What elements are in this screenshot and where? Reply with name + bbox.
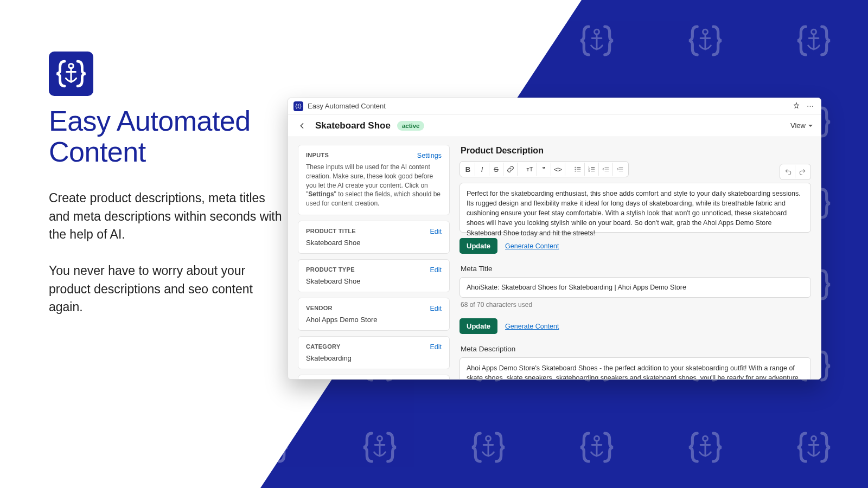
field-label: CATEGORY xyxy=(306,343,341,350)
settings-link[interactable]: Settings xyxy=(417,152,442,159)
app-header: Skateboard Shoe active View xyxy=(288,114,821,137)
inputs-heading: INPUTS xyxy=(306,152,329,158)
generate-meta-title-link[interactable]: Generate Content xyxy=(505,323,559,330)
field-product-type: PRODUCT TYPE Edit Skateboard Shoe xyxy=(298,259,450,292)
field-value: Skateboard Shoe xyxy=(306,239,442,247)
page-title: Skateboard Shoe xyxy=(315,120,391,131)
field-value: Skateboarding xyxy=(306,354,442,362)
strikethrough-button[interactable]: S xyxy=(489,163,503,176)
status-badge: active xyxy=(397,121,425,131)
rich-text-toolbar: B I S тT ” <> xyxy=(459,161,629,177)
svg-point-34 xyxy=(269,355,274,359)
view-dropdown[interactable]: View xyxy=(790,121,813,130)
svg-point-33 xyxy=(161,355,165,359)
svg-point-3 xyxy=(378,29,382,34)
svg-point-42 xyxy=(269,436,274,441)
field-label: VENDOR xyxy=(306,305,333,311)
svg-point-32 xyxy=(52,355,57,359)
app-window: Easy Automated Content ⋯ Skateboard Shoe… xyxy=(288,98,821,380)
back-button[interactable] xyxy=(296,119,309,132)
edit-link[interactable]: Edit xyxy=(430,228,442,235)
app-window-title: Easy Automated Content xyxy=(308,102,386,110)
undo-button[interactable] xyxy=(781,165,795,178)
svg-point-40 xyxy=(52,436,57,441)
field-product-title: PRODUCT TITLE Edit Skateboard Shoe xyxy=(298,221,450,254)
view-label: View xyxy=(790,121,806,130)
field-label: PRODUCT TYPE xyxy=(306,266,355,273)
meta-title-char-count: 68 of 70 characters used xyxy=(461,301,811,309)
marketing-column: Easy Automated Content Create product de… xyxy=(49,52,282,335)
field-label: PRODUCT TITLE xyxy=(306,228,356,234)
indent-button[interactable] xyxy=(613,163,627,176)
field-value: Ahoi Apps Demo Store xyxy=(306,316,442,324)
svg-point-0 xyxy=(52,29,57,34)
inputs-card: INPUTS Settings These inputs will be use… xyxy=(298,145,450,215)
product-description-editor[interactable]: Perfect for the skateboarding enthusiast… xyxy=(459,183,811,233)
meta-description-label: Meta Description xyxy=(461,345,811,353)
edit-link[interactable]: Edit xyxy=(430,266,442,274)
edit-link[interactable]: Edit xyxy=(430,305,442,312)
svg-point-2 xyxy=(269,29,274,34)
link-button[interactable] xyxy=(503,163,518,176)
app-titlebar: Easy Automated Content ⋯ xyxy=(288,98,821,114)
inputs-description: These inputs will be used for the AI con… xyxy=(306,163,442,208)
field-vendor: VENDOR Edit Ahoi Apps Demo Store xyxy=(298,298,450,331)
numbered-list-button[interactable]: 123 xyxy=(585,163,599,176)
quote-button[interactable]: ” xyxy=(537,163,551,176)
svg-point-51 xyxy=(575,169,576,170)
svg-point-4 xyxy=(486,29,491,34)
brand-logo-icon xyxy=(49,52,93,96)
svg-point-52 xyxy=(575,171,576,172)
undo-redo-group xyxy=(780,164,811,180)
svg-text:3: 3 xyxy=(588,170,590,172)
update-meta-title-button[interactable]: Update xyxy=(459,318,497,334)
product-description-heading: Product Description xyxy=(461,146,811,156)
more-icon[interactable]: ⋯ xyxy=(806,101,815,111)
hero-title: Easy Automated Content xyxy=(49,106,282,168)
field-value: Skateboard Shoe xyxy=(306,277,442,285)
bullet-list-button[interactable] xyxy=(571,163,585,176)
hero-paragraph-2: You never have to worry about your produ… xyxy=(49,262,282,316)
text-size-button[interactable]: тT xyxy=(523,163,537,176)
meta-description-input[interactable]: Ahoi Apps Demo Store's Skateboard Shoes … xyxy=(459,357,811,380)
code-button[interactable]: <> xyxy=(551,163,565,176)
update-description-button[interactable]: Update xyxy=(459,238,497,254)
field-keywords: KEYWORDS Edit Skateboard shoes, skateboa… xyxy=(298,375,450,380)
outdent-button[interactable] xyxy=(599,163,613,176)
app-logo-icon xyxy=(293,101,303,111)
italic-button[interactable]: I xyxy=(475,163,489,176)
meta-title-input[interactable]: AhoiSkate: Skateboard Shoes for Skateboa… xyxy=(459,277,811,298)
svg-point-50 xyxy=(575,167,576,168)
edit-link[interactable]: Edit xyxy=(430,343,442,351)
meta-title-label: Meta Title xyxy=(461,265,811,273)
generate-description-link[interactable]: Generate Content xyxy=(505,242,559,250)
svg-point-1 xyxy=(161,29,165,34)
pin-icon[interactable] xyxy=(792,101,801,111)
svg-point-41 xyxy=(161,436,165,441)
field-category: CATEGORY Edit Skateboarding xyxy=(298,336,450,369)
hero-paragraph-1: Create product descriptions, meta titles… xyxy=(49,189,282,243)
redo-button[interactable] xyxy=(795,165,809,178)
bold-button[interactable]: B xyxy=(461,163,475,176)
